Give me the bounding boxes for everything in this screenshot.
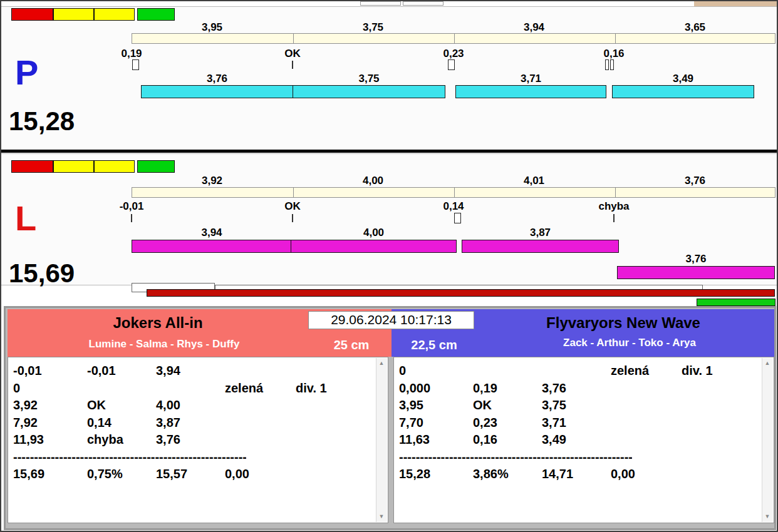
track-divider: [454, 188, 455, 197]
exchange-tick-line: [131, 214, 132, 222]
result-cell: zelená: [611, 362, 649, 379]
lath-height: 22,5 cm: [397, 338, 472, 352]
split-bar: [291, 240, 457, 253]
scroll-up-icon[interactable]: ▲: [762, 358, 772, 369]
result-cell: 11,63: [399, 431, 430, 448]
datetime-text: 29.06.2024 10:17:13: [331, 312, 452, 327]
exchange-tick-line: [292, 61, 293, 69]
split-time-top: 3,75: [293, 21, 454, 34]
exchange-tick-line: [613, 214, 615, 222]
result-cell: div. 1: [682, 362, 713, 379]
results-frame: Jokers All-in Lumine - Salma - Rhys - Du…: [4, 306, 776, 530]
exchange-mark: 0,19: [94, 48, 169, 60]
scrollbar[interactable]: ▲ ▼: [762, 358, 773, 522]
progress-bar-green: [697, 299, 775, 306]
summary-cell: 3,86%: [473, 466, 509, 483]
lath-height: 25 cm: [313, 338, 390, 352]
result-cell: -0,01: [13, 362, 42, 379]
split-time-bottom: 3,76: [141, 73, 293, 85]
result-cell: OK: [473, 397, 492, 414]
progress-bar-red: [147, 289, 775, 297]
result-cell: 3,76: [542, 380, 566, 397]
status-light-bar: [11, 160, 175, 173]
split-time-top: 3,94: [454, 21, 615, 34]
track-divider: [615, 34, 616, 43]
lane-divider: [1, 150, 777, 153]
status-green-light: [137, 160, 175, 173]
result-cell: chyba: [87, 431, 123, 448]
scroll-up-icon[interactable]: ▲: [376, 358, 386, 369]
split-time-bottom: 3,71: [455, 73, 606, 85]
scrollbar[interactable]: ▲ ▼: [376, 358, 387, 522]
split-bar: [455, 85, 606, 98]
result-cell: 4,00: [156, 397, 180, 414]
result-cell: zelená: [225, 380, 263, 397]
segment-track: [132, 187, 775, 198]
lane-letter: P: [15, 55, 38, 90]
app-window: 3,95 3,75 3,94 3,65 0,19 OK 0,23 0,16 3,…: [0, 0, 778, 532]
summary-cell: 15,69: [13, 466, 44, 483]
split-time-top: 4,00: [293, 175, 454, 187]
team-members: Lumine - Salma - Rhys - Duffy: [8, 338, 321, 350]
background-window-fragment: [360, 1, 401, 6]
result-separator: ----------------------------------------…: [13, 449, 246, 466]
lane-section-l: 3,92 4,00 4,01 3,76 -0,01 OK 0,14 chyba …: [1, 153, 777, 285]
exchange-tick-line: [292, 214, 293, 222]
status-red-light: [11, 8, 53, 21]
summary-cell: 0,00: [611, 466, 635, 483]
result-cell: 3,71: [542, 414, 566, 431]
exchange-tick-box: [605, 59, 609, 70]
result-cell: 3,87: [156, 414, 180, 431]
exchange-mark: OK: [255, 48, 330, 60]
split-time-top: 3,76: [615, 175, 775, 187]
lane-letter: L: [15, 201, 36, 236]
team-name: Flyvaryors New Wave: [473, 314, 774, 332]
status-yellow-light: [94, 160, 135, 173]
exchange-tick-box: [610, 59, 614, 70]
segment-track: [132, 33, 775, 44]
status-green-light: [137, 8, 175, 21]
split-time-bottom: 4,00: [291, 227, 457, 239]
exchange-mark: chyba: [576, 200, 651, 213]
datetime-display: 29.06.2024 10:17:13: [308, 311, 474, 329]
exchange-mark: -0,01: [94, 200, 169, 213]
result-cell: 3,76: [156, 431, 180, 448]
split-bar: [462, 240, 619, 253]
result-cell: 0: [13, 380, 20, 397]
result-cell: 0,000: [399, 380, 430, 397]
result-cell: 3,49: [542, 431, 566, 448]
track-divider: [293, 34, 294, 43]
exchange-tick-box: [132, 59, 139, 70]
result-cell: 11,93: [13, 431, 44, 448]
split-time-bottom: 3,75: [293, 73, 445, 85]
summary-cell: 14,71: [542, 466, 573, 483]
result-cell: 0,16: [473, 431, 497, 448]
split-time-top: 4,01: [454, 175, 615, 187]
result-cell: 3,94: [156, 362, 180, 379]
split-bar: [293, 85, 445, 98]
split-time-top: 3,95: [132, 21, 293, 34]
result-cell: 7,92: [13, 414, 38, 431]
result-cell: 0,14: [87, 414, 112, 431]
exchange-tick-box: [448, 59, 455, 70]
status-yellow-light: [53, 160, 94, 173]
lane-total-time: 15,69: [9, 259, 75, 288]
team-members: Zack - Arthur - Toko - Arya: [485, 337, 774, 349]
status-yellow-light: [53, 8, 94, 21]
scroll-down-icon[interactable]: ▼: [376, 511, 386, 522]
summary-cell: 15,57: [156, 466, 187, 483]
scroll-down-icon[interactable]: ▼: [762, 511, 772, 522]
result-cell: 0,19: [473, 380, 497, 397]
summary-cell: 15,28: [399, 466, 430, 483]
split-bar: [612, 85, 754, 98]
split-time-bottom: 3,76: [617, 253, 775, 265]
team-name: Jokers All-in: [8, 314, 308, 332]
exchange-mark: 0,23: [416, 48, 491, 60]
result-cell: 0: [399, 362, 406, 379]
split-time-bottom: 3,49: [612, 73, 754, 85]
team-results-panel-left: -0,01 -0,01 3,94 0 zelená div. 1 3,92 OK…: [8, 357, 388, 523]
track-divider: [293, 188, 294, 197]
result-cell: 7,70: [399, 414, 423, 431]
team-results-panel-right: 0 zelená div. 1 0,000 0,19 3,76 3,95 OK …: [393, 357, 774, 523]
split-time-bottom: 3,87: [462, 227, 619, 239]
